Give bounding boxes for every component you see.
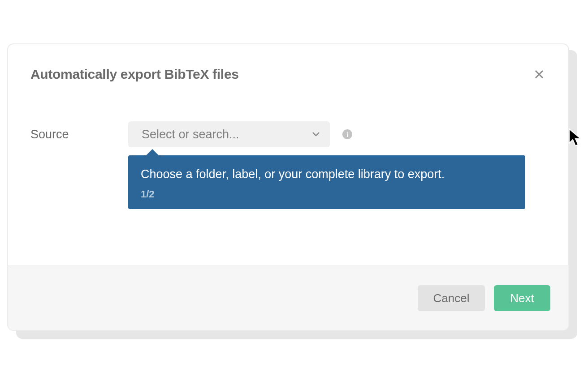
next-button[interactable]: Next <box>494 285 550 311</box>
source-select[interactable]: Select or search... <box>128 121 330 147</box>
tooltip-text: Choose a folder, label, or your complete… <box>141 166 513 182</box>
modal-body: Source Select or search... i Choose a fo… <box>8 82 568 265</box>
modal-footer: Cancel Next <box>8 265 568 330</box>
source-row: Source Select or search... i <box>30 121 546 147</box>
close-icon <box>534 69 545 80</box>
source-select-placeholder: Select or search... <box>142 128 239 141</box>
info-icon[interactable]: i <box>342 129 352 139</box>
source-tooltip: Choose a folder, label, or your complete… <box>128 155 525 209</box>
tooltip-step-indicator: 1/2 <box>141 188 513 200</box>
modal-header: Automatically export BibTeX files <box>8 44 568 82</box>
source-select-wrap: Select or search... <box>128 121 330 147</box>
modal-title: Automatically export BibTeX files <box>30 67 239 82</box>
close-button[interactable] <box>532 68 546 81</box>
export-bibtex-modal: Automatically export BibTeX files Source… <box>7 43 569 331</box>
cancel-button[interactable]: Cancel <box>418 285 485 311</box>
info-glyph: i <box>346 131 348 138</box>
source-label: Source <box>30 128 128 141</box>
